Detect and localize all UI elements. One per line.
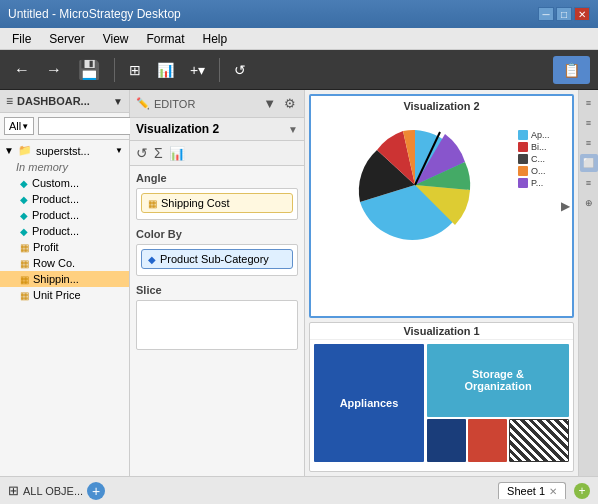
tree-item-product1[interactable]: ◆ Product...	[0, 191, 129, 207]
chart-type-icon[interactable]: 📊	[169, 146, 185, 161]
treemap-dark-blue	[427, 419, 466, 462]
treemap-bottom-row	[427, 419, 569, 462]
viz2-container: Visualization 2	[309, 94, 574, 318]
left-panel: ≡ DASHBOAR... ▼ All ▼ 🔍 ▼ 📁 superstst...…	[0, 90, 130, 476]
menu-bar: File Server View Format Help	[0, 28, 598, 50]
shipping-cost-chip[interactable]: ▦ Shipping Cost	[141, 193, 293, 213]
viz-name-arrow-icon[interactable]: ▼	[288, 124, 298, 135]
sheet-1-tab[interactable]: Sheet 1 ✕	[498, 482, 566, 499]
slice-drop-zone[interactable]	[136, 300, 298, 350]
panel-menu-icon: ≡	[6, 94, 13, 108]
share-button[interactable]: 📋	[553, 56, 590, 84]
back-button[interactable]: ←	[8, 57, 36, 83]
data-button[interactable]: ⊞	[123, 58, 147, 82]
pie-chart-svg	[345, 120, 485, 250]
diamond-icon-2: ◆	[20, 194, 28, 205]
legend-item-1: Bi...	[518, 142, 568, 152]
legend-color-4	[518, 178, 528, 188]
add-object-button[interactable]: +	[87, 482, 105, 500]
menu-view[interactable]: View	[95, 30, 137, 48]
angle-section-label: Angle	[130, 166, 304, 186]
close-button[interactable]: ✕	[574, 7, 590, 21]
tree-item-product2[interactable]: ◆ Product...	[0, 207, 129, 223]
menu-server[interactable]: Server	[41, 30, 92, 48]
tree-area: ▼ 📁 superstst... ▼ In memory ◆ Custom...…	[0, 140, 129, 476]
add-button[interactable]: +▾	[184, 58, 211, 82]
filter-icon[interactable]: ▼	[261, 94, 278, 113]
refresh-button[interactable]: ↺	[228, 58, 252, 82]
tree-label: Profit	[33, 241, 59, 253]
tree-label: Custom...	[32, 177, 79, 189]
tree-item-unitprice[interactable]: ▦ Unit Price	[0, 287, 129, 303]
table-icon-rowco: ▦	[20, 258, 29, 269]
viz-name-label: Visualization 2	[136, 122, 219, 136]
tree-item-product3[interactable]: ◆ Product...	[0, 223, 129, 239]
far-right-icon-3[interactable]: ⬜	[580, 154, 598, 172]
grid-icon: ⊞	[8, 483, 19, 498]
diamond-icon-4: ◆	[20, 226, 28, 237]
separator-2	[219, 58, 220, 82]
far-right-icon-0[interactable]: ≡	[580, 94, 598, 112]
folder-icon: 📁	[18, 144, 32, 157]
add-sheet-button[interactable]: +	[574, 483, 590, 499]
pencil-icon: ✏️	[136, 97, 150, 110]
viz1-title: Visualization 1	[310, 323, 573, 340]
separator-1	[114, 58, 115, 82]
minimize-button[interactable]: ─	[538, 7, 554, 21]
chart-button[interactable]: 📊	[151, 58, 180, 82]
diamond-icon-1: ◆	[20, 178, 28, 189]
save-button[interactable]: 💾	[72, 55, 106, 85]
product-subcategory-chip[interactable]: ◆ Product Sub-Category	[141, 249, 293, 269]
diamond-icon-3: ◆	[20, 210, 28, 221]
sort-icon[interactable]: Σ	[154, 145, 163, 161]
viz-name-row: Visualization 2 ▼	[130, 118, 304, 141]
undo-icon[interactable]: ↺	[136, 145, 148, 161]
memory-label: In memory	[16, 161, 68, 173]
treemap-storage: Storage &Organization	[427, 344, 569, 417]
all-objects-button[interactable]: ⊞ ALL OBJE...	[8, 483, 83, 498]
settings-icon[interactable]: ⚙	[282, 94, 298, 113]
legend-color-2	[518, 154, 528, 164]
viz-expand-icon[interactable]: ▶	[561, 199, 570, 213]
treemap-right-col: Storage &Organization	[427, 344, 569, 462]
tree-item-shippin[interactable]: ▦ Shippin...	[0, 271, 129, 287]
treemap-appliances: Appliances	[314, 344, 424, 462]
diamond-chip-icon: ◆	[148, 254, 156, 265]
forward-button[interactable]: →	[40, 57, 68, 83]
tree-label: Product...	[32, 225, 79, 237]
tree-item-inmemory: In memory	[0, 159, 129, 175]
far-right-icon-5[interactable]: ⊕	[580, 194, 598, 212]
tree-item-rowco[interactable]: ▦ Row Co.	[0, 255, 129, 271]
right-panel: Visualization 2	[305, 90, 578, 476]
table-icon-shippin: ▦	[20, 274, 29, 285]
menu-file[interactable]: File	[4, 30, 39, 48]
panel-arrow-icon[interactable]: ▼	[113, 96, 123, 107]
far-right-icon-4[interactable]: ≡	[580, 174, 598, 192]
maximize-button[interactable]: □	[556, 7, 572, 21]
menu-help[interactable]: Help	[195, 30, 236, 48]
menu-format[interactable]: Format	[138, 30, 192, 48]
treemap-qr-area	[509, 419, 569, 462]
far-right-icon-1[interactable]: ≡	[580, 114, 598, 132]
treemap-dark-red	[468, 419, 507, 462]
folder-collapse-icon: ▼	[4, 145, 14, 156]
legend-label-0: Ap...	[531, 130, 550, 140]
tree-item-superst[interactable]: ▼ 📁 superstst... ▼	[0, 142, 129, 159]
tree-label: Shippin...	[33, 273, 79, 285]
tree-item-profit[interactable]: ▦ Profit	[0, 239, 129, 255]
angle-drop-zone[interactable]: ▦ Shipping Cost	[136, 188, 298, 220]
tree-label: Row Co.	[33, 257, 75, 269]
sheet-close-icon[interactable]: ✕	[549, 486, 557, 497]
slice-section-label: Slice	[130, 278, 304, 298]
chip-label: Product Sub-Category	[160, 253, 269, 265]
search-row: All ▼ 🔍	[0, 113, 129, 140]
far-right-icon-2[interactable]: ≡	[580, 134, 598, 152]
tree-item-custom[interactable]: ◆ Custom...	[0, 175, 129, 191]
tree-label: Unit Price	[33, 289, 81, 301]
colorby-drop-zone[interactable]: ◆ Product Sub-Category	[136, 244, 298, 276]
editor-panel: ✏️ EDITOR ▼ ⚙ Visualization 2 ▼ ↺ Σ 📊 An…	[130, 90, 305, 476]
legend-label-4: P...	[531, 178, 543, 188]
toolbar: ← → 💾 ⊞ 📊 +▾ ↺ 📋	[0, 50, 598, 90]
filter-dropdown[interactable]: All ▼	[4, 117, 34, 135]
sheet-label: Sheet 1	[507, 485, 545, 497]
